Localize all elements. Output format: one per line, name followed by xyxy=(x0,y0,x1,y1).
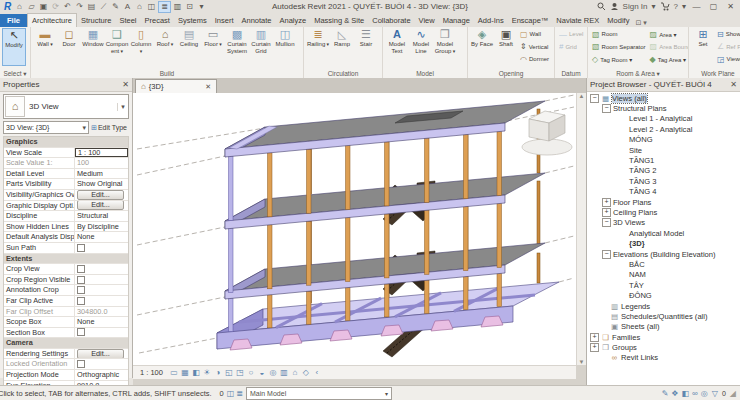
property-row[interactable]: Locked Orientation xyxy=(4,359,128,370)
model-text-button[interactable]: Model Text xyxy=(385,28,409,66)
tree-item[interactable]: Schedules/Quantities (all) xyxy=(587,311,740,321)
scroll-up-icon[interactable]: ▲ xyxy=(579,93,585,99)
column-button[interactable]: Column xyxy=(129,28,153,66)
qat-customize-icon[interactable]: ▾ xyxy=(196,1,207,12)
ribbon-tab[interactable]: Architecture xyxy=(27,13,77,27)
filter-selector[interactable]: 3D View: {3D} ▾ xyxy=(3,121,89,134)
design-option-status-icon[interactable]: ◧ xyxy=(682,389,690,398)
property-value[interactable]: 100 xyxy=(77,158,89,168)
tree-expander-icon[interactable] xyxy=(602,198,611,207)
tree-item[interactable]: Sheets (all) xyxy=(587,322,740,332)
tree-expander-icon[interactable] xyxy=(590,343,599,352)
ribbon-tab[interactable]: Add-Ins xyxy=(474,14,508,27)
property-value[interactable]: Edit... xyxy=(77,201,124,211)
view-scale-icon[interactable]: ▭ xyxy=(169,368,179,377)
property-value[interactable]: Orthographic xyxy=(77,370,119,380)
view-cube[interactable] xyxy=(522,111,572,155)
property-checkbox[interactable] xyxy=(77,286,85,294)
tree-item[interactable]: TẦNG 2 xyxy=(587,166,740,176)
property-value[interactable]: Show Original xyxy=(77,179,122,189)
tree-item[interactable]: Legends xyxy=(587,301,740,311)
ribbon-tab[interactable]: Annotate xyxy=(237,14,275,27)
tree-expander-icon[interactable] xyxy=(602,250,611,259)
vertical-opening-button[interactable]: Vertical xyxy=(518,41,551,54)
railing-button[interactable]: Railing xyxy=(306,28,330,66)
property-row[interactable]: Extents xyxy=(4,254,128,265)
model-group-button[interactable]: Model Group xyxy=(433,28,457,66)
tree-item[interactable]: TẦNG 4 xyxy=(587,187,740,197)
property-checkbox[interactable] xyxy=(77,265,85,273)
property-value[interactable]: 304800.0 xyxy=(77,307,107,317)
view-tab-close-icon[interactable]: ✕ xyxy=(205,83,211,91)
properties-close-icon[interactable]: ✕ xyxy=(122,80,129,89)
editable-only-icon[interactable]: ✎ xyxy=(662,389,669,398)
tree-item[interactable]: Ceiling Plans xyxy=(587,207,740,217)
temporary-hide-isolate-icon[interactable]: ◒ xyxy=(257,368,267,377)
ribbon-tab[interactable]: Analyze xyxy=(276,14,311,27)
constraints-icon[interactable]: ◇ xyxy=(301,368,311,377)
property-value[interactable]: 1 : 100 xyxy=(78,148,100,158)
tree-item[interactable]: Revit Links xyxy=(587,353,740,363)
property-row[interactable]: Scale Value 1: 100 xyxy=(4,158,128,169)
control-bar-more-icon[interactable]: ‹ xyxy=(312,368,322,377)
property-value[interactable]: Edit... xyxy=(77,190,124,200)
tree-item[interactable]: Groups xyxy=(587,342,740,352)
view-scale-button[interactable]: 1 : 100 xyxy=(137,367,166,378)
home-icon[interactable]: ⌂ xyxy=(14,1,25,12)
tree-item[interactable]: Views (all) xyxy=(587,93,740,103)
property-row[interactable]: Rendering Settings Edit... xyxy=(4,349,128,360)
property-checkbox[interactable] xyxy=(77,360,85,368)
ribbon-tab[interactable]: Systems xyxy=(174,14,211,27)
viewer-button[interactable]: Viewer xyxy=(715,53,740,66)
save-icon[interactable]: ▣ xyxy=(38,1,49,12)
measure-icon[interactable]: ⟋ xyxy=(98,1,109,12)
selection-filter-icon[interactable]: ▽ xyxy=(712,389,718,398)
dormer-button[interactable]: Dormer xyxy=(518,53,551,66)
restore-button[interactable]: ▢ xyxy=(707,2,720,11)
open-icon[interactable]: ▱ xyxy=(26,1,37,12)
floor-button[interactable]: Floor xyxy=(201,28,225,66)
tree-item[interactable]: TẦNG1 xyxy=(587,155,740,165)
property-value[interactable]: None xyxy=(77,317,94,327)
design-options-icon[interactable]: ≣ xyxy=(236,389,243,398)
property-row[interactable]: Scope Box None xyxy=(4,317,128,328)
background-process-icon[interactable]: ◎ xyxy=(701,389,708,398)
tree-item[interactable]: Level 1 - Analytical xyxy=(587,114,740,124)
thin-lines-icon[interactable]: ≣ xyxy=(158,1,171,13)
property-row[interactable]: View Scale 1 : 100 xyxy=(4,148,128,159)
type-selector[interactable]: ⌂ 3D View ▾ xyxy=(3,94,129,119)
tag-icon[interactable]: ✎ xyxy=(110,1,121,12)
property-row[interactable]: Visibility/Graphics Ov... Edit... xyxy=(4,190,128,201)
tree-item[interactable]: Families xyxy=(587,332,740,342)
property-value[interactable]: By Discipline xyxy=(77,222,119,232)
property-row[interactable]: Crop View xyxy=(4,264,128,275)
default-3d-view-icon[interactable]: ⌂ xyxy=(134,1,145,12)
property-row[interactable]: Crop Region Visible xyxy=(4,275,128,286)
tree-item[interactable]: NAM xyxy=(587,270,740,280)
property-value[interactable]: None xyxy=(77,232,94,242)
ribbon-tab[interactable]: Naviate REX xyxy=(552,14,603,27)
curtain-grid-button[interactable]: Curtain Grid xyxy=(249,28,273,66)
view-tab-3d[interactable]: ⌂ {3D} ✕ xyxy=(135,79,217,93)
edit-type-button[interactable]: Edit Type xyxy=(89,124,129,132)
search-icon[interactable] xyxy=(597,2,606,11)
tree-item[interactable]: Level 2 - Analytical xyxy=(587,124,740,134)
ceiling-button[interactable]: Ceiling xyxy=(177,28,201,66)
tag-area-button[interactable]: Tag Area ▾ xyxy=(648,53,689,66)
shaft-button[interactable]: Shaft xyxy=(494,28,518,66)
tree-item[interactable]: MÓNG xyxy=(587,135,740,145)
tree-expander-icon[interactable] xyxy=(602,218,611,227)
sign-in-button[interactable]: Sign In xyxy=(623,2,648,11)
stair-button[interactable]: Stair xyxy=(354,28,378,66)
set-work-plane-button[interactable]: Set xyxy=(691,28,715,66)
tag-room-button[interactable]: Tag Room ▾ xyxy=(590,53,648,66)
ribbon-tab[interactable]: Manage xyxy=(439,14,474,27)
property-row[interactable]: Annotation Crop xyxy=(4,285,128,296)
unlocked-3d-view-icon[interactable]: ○ xyxy=(246,368,256,377)
help-button[interactable]: ? xyxy=(674,2,678,11)
sync-icon[interactable]: ⟳ xyxy=(50,1,61,12)
property-value[interactable]: Edit... xyxy=(77,349,124,359)
tree-item[interactable]: TÂY xyxy=(587,280,740,290)
room-separator-button[interactable]: Room Separator xyxy=(590,41,648,54)
property-checkbox[interactable] xyxy=(77,328,85,336)
